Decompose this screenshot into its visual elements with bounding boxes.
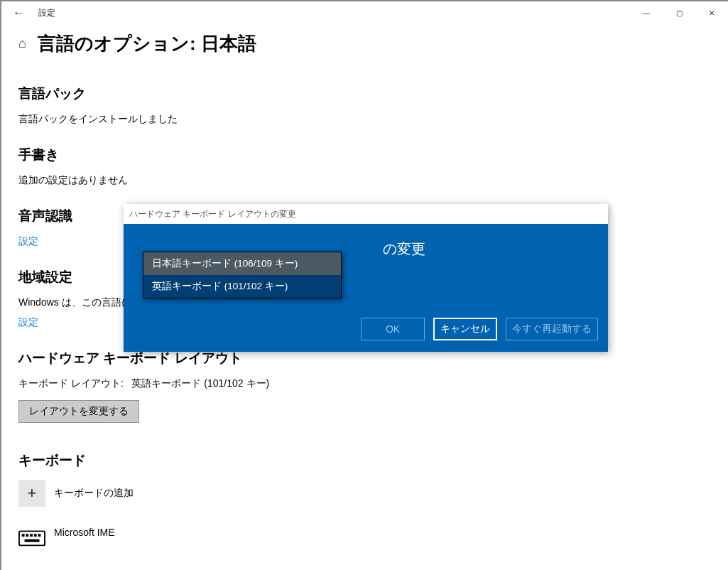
add-keyboard-row[interactable]: + キーボードの追加 bbox=[18, 480, 728, 507]
svg-rect-0 bbox=[19, 531, 45, 545]
svg-rect-2 bbox=[26, 534, 28, 537]
svg-rect-1 bbox=[22, 534, 25, 537]
ime-row[interactable]: Microsoft IME bbox=[18, 527, 728, 547]
svg-rect-4 bbox=[34, 534, 37, 537]
svg-rect-6 bbox=[25, 539, 40, 542]
keyboard-layout-value: 英語キーボード (101/102 キー) bbox=[131, 377, 269, 389]
svg-rect-3 bbox=[30, 534, 33, 537]
minimize-button[interactable]: — bbox=[630, 1, 663, 24]
close-button[interactable]: ✕ bbox=[695, 1, 728, 24]
section-handwriting-head: 手書き bbox=[18, 146, 728, 164]
handwriting-status: 追加の設定はありません bbox=[18, 174, 728, 187]
dialog-restart-button[interactable]: 今すぐ再起動する bbox=[506, 318, 598, 340]
back-button[interactable]: ← bbox=[7, 6, 30, 19]
section-keyboards-head: キーボード bbox=[18, 451, 728, 470]
window-titlebar: ← 設定 — ▢ ✕ bbox=[1, 1, 728, 24]
change-layout-button[interactable]: レイアウトを変更する bbox=[18, 400, 139, 423]
keyboard-layout-label: キーボード レイアウト: bbox=[18, 377, 124, 389]
dialog-cancel-button[interactable]: キャンセル bbox=[433, 318, 497, 340]
keyboard-icon bbox=[18, 527, 45, 547]
dropdown-option-en[interactable]: 英語キーボード (101/102 キー) bbox=[143, 275, 341, 298]
ime-label: Microsoft IME bbox=[54, 527, 115, 538]
svg-rect-5 bbox=[38, 534, 41, 537]
window-caption: 設定 bbox=[30, 7, 55, 19]
plus-icon: + bbox=[18, 480, 45, 507]
dialog-ok-button[interactable]: OK bbox=[361, 318, 425, 340]
dropdown-option-jp[interactable]: 日本語キーボード (106/109 キー) bbox=[143, 252, 341, 275]
dialog-titlebar: ハードウェア キーボード レイアウトの変更 bbox=[124, 204, 608, 224]
add-keyboard-label: キーボードの追加 bbox=[54, 487, 134, 500]
page-title: 言語のオプション: 日本語 bbox=[38, 31, 256, 56]
keyboard-layout-dropdown[interactable]: 日本語キーボード (106/109 キー) 英語キーボード (101/102 キ… bbox=[143, 252, 342, 299]
section-language-pack-head: 言語パック bbox=[18, 85, 728, 103]
maximize-button[interactable]: ▢ bbox=[663, 1, 695, 24]
home-icon[interactable]: ⌂ bbox=[18, 36, 26, 51]
language-pack-status: 言語パックをインストールしました bbox=[18, 113, 728, 126]
